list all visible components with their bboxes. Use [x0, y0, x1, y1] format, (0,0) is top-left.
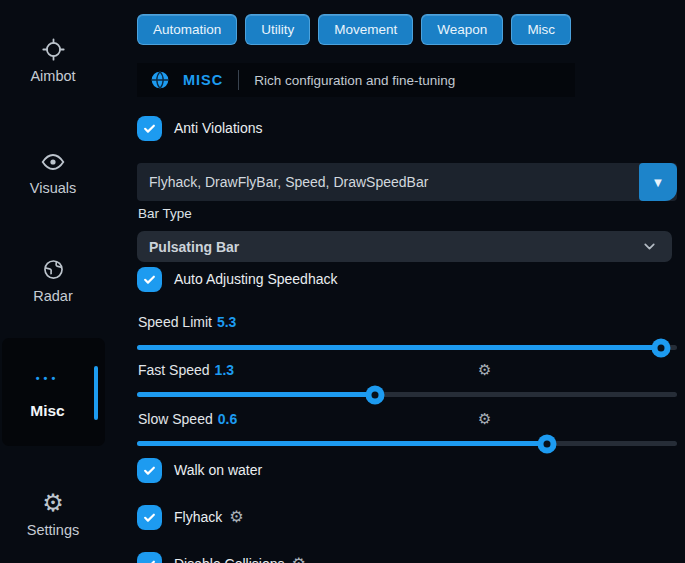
check-icon	[142, 463, 157, 478]
slow-speed-label: Slow Speed0.6	[138, 411, 237, 427]
gear-icon[interactable]: ⚙	[478, 410, 491, 428]
slider-label-text: Fast Speed	[138, 362, 210, 378]
sidebar-item-radar[interactable]: Radar	[0, 256, 106, 304]
bar-type-select[interactable]: Pulsating Bar	[137, 231, 672, 262]
sidebar-item-visuals[interactable]: Visuals	[0, 148, 106, 196]
gear-icon[interactable]: ⚙	[478, 361, 491, 379]
sidebar-item-label: Radar	[0, 288, 106, 304]
sidebar: Aimbot Visuals Radar ••• Misc	[0, 0, 130, 563]
walk-on-water-label: Walk on water	[174, 462, 262, 478]
check-icon	[142, 272, 157, 287]
anti-violations-label: Anti Violations	[174, 120, 262, 136]
tab-automation[interactable]: Automation	[137, 14, 237, 45]
sidebar-item-label: Aimbot	[0, 68, 106, 84]
speed-limit-label: Speed Limit5.3	[138, 314, 236, 330]
disable-collisions-row: Disable Collisions ⚙	[137, 551, 306, 563]
eye-icon	[0, 148, 106, 176]
walk-on-water-row: Walk on water	[137, 457, 262, 483]
check-icon	[142, 510, 157, 525]
bar-multiselect-dropdown-button[interactable]: ▼	[639, 163, 677, 201]
tab-weapon[interactable]: Weapon	[421, 14, 503, 45]
speed-limit-slider[interactable]	[137, 345, 677, 350]
active-indicator-bar	[94, 366, 98, 420]
flyhack-checkbox[interactable]	[137, 505, 162, 530]
slider-fill	[137, 441, 547, 446]
sidebar-item-settings[interactable]: ⚙ Settings	[0, 490, 106, 538]
tab-movement[interactable]: Movement	[318, 14, 413, 45]
slider-value: 1.3	[215, 362, 234, 378]
slider-fill	[137, 345, 661, 350]
crosshair-icon	[0, 36, 106, 64]
flyhack-row: Flyhack ⚙	[137, 504, 244, 530]
slow-speed-slider[interactable]	[137, 441, 677, 446]
section-title: MISC	[183, 72, 223, 88]
disable-collisions-checkbox[interactable]	[137, 552, 162, 563]
slider-fill	[137, 392, 375, 397]
globe-icon	[150, 70, 170, 90]
fast-speed-slider[interactable]	[137, 392, 677, 397]
bar-type-label: Bar Type	[138, 206, 192, 221]
slider-value: 5.3	[217, 314, 236, 330]
anti-violations-checkbox[interactable]	[137, 116, 162, 141]
auto-adjusting-speedhack-checkbox[interactable]	[137, 267, 162, 292]
slider-label-text: Slow Speed	[138, 411, 213, 427]
tab-utility[interactable]: Utility	[245, 14, 310, 45]
sidebar-item-misc-active[interactable]: ••• Misc	[2, 338, 105, 446]
sidebar-item-label: Visuals	[0, 180, 106, 196]
bar-multiselect-value: Flyhack, DrawFlyBar, Speed, DrawSpeedBar	[137, 174, 639, 190]
gear-icon: ⚙	[0, 490, 106, 518]
sidebar-item-label: Misc	[2, 402, 93, 420]
chevron-down-icon	[641, 238, 658, 255]
auto-adjusting-speedhack-label: Auto Adjusting Speedhack	[174, 271, 337, 287]
slider-value: 0.6	[218, 411, 237, 427]
ellipsis-icon: •••	[2, 372, 93, 384]
dropdown-triangle-icon: ▼	[652, 175, 665, 190]
divider	[238, 70, 239, 90]
tab-misc[interactable]: Misc	[511, 14, 571, 45]
gear-icon[interactable]: ⚙	[229, 509, 243, 525]
check-icon	[142, 557, 157, 563]
gear-icon[interactable]: ⚙	[292, 556, 306, 563]
globe-icon	[0, 256, 106, 284]
sidebar-item-label: Settings	[0, 522, 106, 538]
cheat-menu-window: Aimbot Visuals Radar ••• Misc	[0, 0, 685, 563]
check-icon	[142, 121, 157, 136]
bar-multiselect[interactable]: Flyhack, DrawFlyBar, Speed, DrawSpeedBar…	[137, 163, 677, 201]
walk-on-water-checkbox[interactable]	[137, 458, 162, 483]
fast-speed-label: Fast Speed1.3	[138, 362, 234, 378]
slider-thumb[interactable]	[651, 338, 670, 357]
slider-thumb[interactable]	[538, 434, 557, 453]
section-subtitle: Rich configuration and fine-tuning	[254, 73, 455, 88]
slider-label-text: Speed Limit	[138, 314, 212, 330]
anti-violations-row: Anti Violations	[137, 115, 262, 141]
auto-adjusting-speedhack-row: Auto Adjusting Speedhack	[137, 266, 337, 292]
category-tabs: Automation Utility Movement Weapon Misc	[137, 14, 571, 45]
main-panel: Automation Utility Movement Weapon Misc …	[130, 0, 685, 563]
flyhack-label: Flyhack	[174, 509, 222, 525]
disable-collisions-label: Disable Collisions	[174, 556, 285, 563]
section-header: MISC Rich configuration and fine-tuning	[137, 63, 575, 97]
bar-type-value: Pulsating Bar	[149, 239, 641, 255]
sidebar-item-aimbot[interactable]: Aimbot	[0, 36, 106, 84]
slider-thumb[interactable]	[365, 385, 384, 404]
